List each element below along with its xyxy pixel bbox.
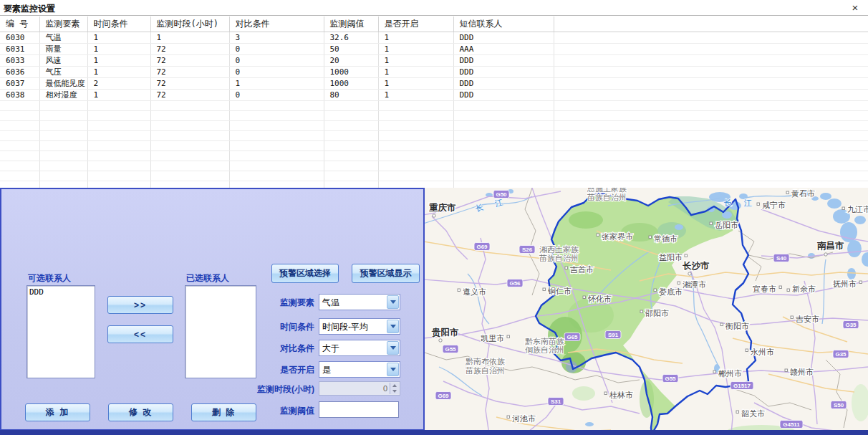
road-badge: G56 xyxy=(509,280,521,287)
cell: 最低能见度 xyxy=(39,77,87,89)
col-id[interactable]: 编 号 xyxy=(0,16,39,32)
modify-button[interactable]: 修 改 xyxy=(108,403,173,421)
city-label: 吉首市 xyxy=(569,265,594,274)
road-badge: G55 xyxy=(665,376,676,382)
empty-row xyxy=(0,110,868,120)
map-view[interactable]: G50 G69 S26 G56 S40 G65 S91 G55 G55 G151… xyxy=(425,188,868,435)
list-item[interactable]: DDD xyxy=(29,287,92,297)
city-marker xyxy=(507,335,510,338)
enabled-select[interactable]: 是 xyxy=(319,361,400,378)
river-label: 长 江 xyxy=(723,199,757,207)
warning-area-show-button[interactable]: 预警区域显示 xyxy=(352,264,420,283)
cell: 6038 xyxy=(0,89,39,100)
chevron-down-icon[interactable] xyxy=(387,320,399,333)
col-sms-contact[interactable]: 短信联系人 xyxy=(453,16,554,32)
city-marker xyxy=(458,289,460,292)
threshold-input[interactable] xyxy=(319,401,399,418)
table-row[interactable]: 6037最低能见度272110001DDD xyxy=(0,77,868,89)
city-label: 新余市 xyxy=(792,285,816,293)
city-label: 吉安市 xyxy=(795,315,819,323)
col-threshold[interactable]: 监测阈值 xyxy=(324,16,378,32)
region-label: 恩施土家族 xyxy=(587,188,627,193)
col-enabled[interactable]: 是否开启 xyxy=(378,16,453,32)
add-button[interactable]: 添 加 xyxy=(25,403,90,421)
compare-condition-select[interactable]: 大于 xyxy=(319,340,400,356)
close-icon[interactable]: × xyxy=(848,1,862,15)
warning-area-select-button[interactable]: 预警区域选择 xyxy=(271,264,339,283)
city-label: 长沙市 xyxy=(683,261,710,271)
city-marker xyxy=(787,289,790,292)
cell: DDD xyxy=(453,66,554,77)
city-marker xyxy=(685,254,688,257)
cell: 气温 xyxy=(39,32,87,43)
city-label: 岳阳市 xyxy=(715,221,738,229)
col-element[interactable]: 监测要素 xyxy=(39,16,87,32)
city-label: 永州市 xyxy=(751,348,774,356)
city-marker xyxy=(746,349,748,352)
cell: 1000 xyxy=(324,66,378,77)
chevron-down-icon[interactable] xyxy=(387,295,399,309)
city-label: 贵阳市 xyxy=(431,328,459,338)
cell xyxy=(554,89,868,100)
cell: 1 xyxy=(87,66,150,77)
table-row[interactable]: 6033风速1720201DDD xyxy=(0,54,868,66)
table-row[interactable]: 6038相对湿度1720801DDD xyxy=(0,89,868,100)
city-marker xyxy=(507,416,510,419)
table-row[interactable]: 6036气压172010001DDD xyxy=(0,66,868,77)
col-compare[interactable]: 对比条件 xyxy=(229,16,324,32)
empty-row xyxy=(0,150,868,161)
settings-panel: 可选联系人 DDD >> << 已选联系人 添 加 修 改 删 除 预警区域选择… xyxy=(0,188,425,431)
monitor-element-select[interactable]: 气温 xyxy=(319,294,400,310)
city-label: 河池市 xyxy=(512,414,536,423)
city-label: 重庆市 xyxy=(429,203,456,213)
city-marker xyxy=(597,234,599,236)
cell: 72 xyxy=(150,66,229,77)
city-label: 凯里市 xyxy=(481,334,504,343)
table-row[interactable]: 6031雨量1720501AAA xyxy=(0,43,868,54)
threshold-label: 监测阈值 xyxy=(243,405,314,417)
cell: DDD xyxy=(453,32,554,43)
available-contacts-label: 可选联系人 xyxy=(28,272,71,285)
cell: 相对湿度 xyxy=(39,89,87,100)
table-row[interactable]: 6030气温11332.61DDD xyxy=(0,32,868,43)
city-label: 郴州市 xyxy=(718,369,742,378)
cell: 6030 xyxy=(0,32,39,43)
city-marker xyxy=(640,310,643,313)
col-time-condition[interactable]: 时间条件 xyxy=(87,16,150,32)
city-label: 赣州市 xyxy=(790,368,814,376)
cell: 72 xyxy=(150,89,229,100)
city-label: 邵阳市 xyxy=(645,309,669,317)
city-marker xyxy=(565,267,568,269)
road-badge: S26 xyxy=(522,247,533,253)
chevron-down-icon[interactable] xyxy=(387,363,399,376)
city-marker xyxy=(779,286,782,289)
cell: 1 xyxy=(87,43,150,54)
cell: DDD xyxy=(453,77,554,89)
cell: 80 xyxy=(324,89,378,100)
compare-condition-label: 对比条件 xyxy=(243,343,314,355)
cell xyxy=(554,32,868,43)
empty-row xyxy=(0,100,868,110)
chevron-down-icon[interactable] xyxy=(387,341,399,355)
city-label: 娄底市 xyxy=(659,287,683,296)
available-contacts-listbox[interactable]: DDD xyxy=(26,285,95,378)
cell: 0 xyxy=(229,43,324,54)
city-label: 抚州市 xyxy=(832,279,857,288)
cell: 风速 xyxy=(39,54,87,66)
move-left-button[interactable]: << xyxy=(107,325,173,343)
period-spinner[interactable]: 0 xyxy=(319,381,400,396)
city-marker xyxy=(757,203,760,206)
cell: 0 xyxy=(229,54,324,66)
road-badge: G65 xyxy=(566,334,578,340)
cell: 72 xyxy=(150,77,229,89)
spinner-arrows-icon[interactable] xyxy=(390,383,399,394)
table-header-row: 编 号 监测要素 时间条件 监测时段(小时) 对比条件 监测阈值 是否开启 短信… xyxy=(0,16,868,32)
time-condition-select[interactable]: 时间段-平均 xyxy=(319,318,400,335)
move-right-button[interactable]: >> xyxy=(107,296,173,314)
city-marker xyxy=(842,207,845,210)
col-period[interactable]: 监测时段(小时) xyxy=(150,16,229,32)
period-value: 0 xyxy=(383,384,387,393)
cell: 1000 xyxy=(324,77,378,89)
select-value: 时间段-平均 xyxy=(322,321,368,333)
cell: 1 xyxy=(378,54,453,66)
